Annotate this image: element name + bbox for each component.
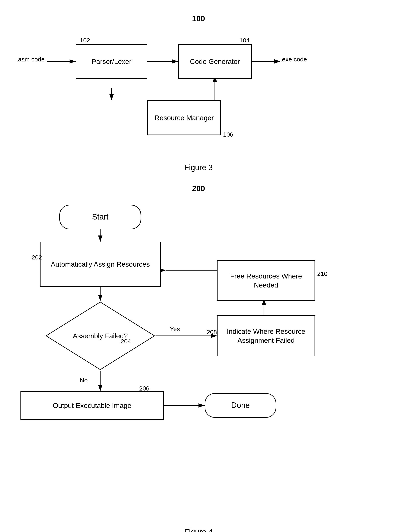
input-label: .asm code [16,55,45,63]
fig3-arrows [0,8,397,176]
indicate-box: Indicate Where Resource Assignment Faile… [217,315,315,356]
ref-208: 208 [207,329,217,336]
ref-102: 102 [80,37,90,44]
no-label: No [80,377,87,384]
code-generator-box: Code Generator [178,44,252,79]
output-exec-box: Output Executable Image [20,391,164,420]
fig4-caption: Figure 4 [0,528,397,532]
assembly-failed-label: Assembly Failed? [45,301,155,371]
resource-manager-box: Resource Manager [147,100,221,135]
fig4-title: 200 [0,184,397,193]
yes-label: Yes [170,326,180,333]
fig3-title: 100 [0,14,397,23]
done-box: Done [205,393,276,418]
figure4-area: 200 [0,182,397,532]
auto-assign-box: Automatically Assign Resources [40,242,161,287]
main-container: 100 .asm code Parser/Lexer 102 [0,0,397,532]
ref-204: 204 [121,338,131,345]
ref-206: 206 [139,385,149,392]
fig3-caption: Figure 3 [0,163,397,172]
free-resources-box: Free Resources Where Needed [217,260,315,301]
output-label: .exe code [280,55,309,63]
ref-202: 202 [32,254,42,261]
ref-210: 210 [317,270,327,277]
ref-104: 104 [239,37,250,44]
figure3-area: 100 .asm code Parser/Lexer 102 [0,8,397,176]
start-box: Start [59,205,141,229]
diamond-container: Assembly Failed? [45,301,155,371]
parser-lexer-box: Parser/Lexer [76,44,147,79]
ref-106: 106 [223,131,233,138]
